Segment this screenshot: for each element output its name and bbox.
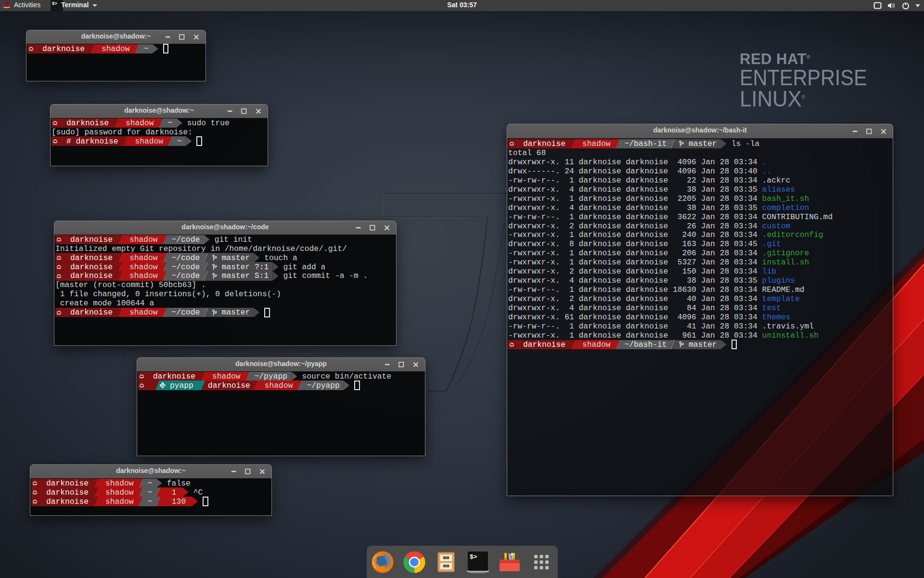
svg-text:$>: $>: [470, 553, 477, 561]
